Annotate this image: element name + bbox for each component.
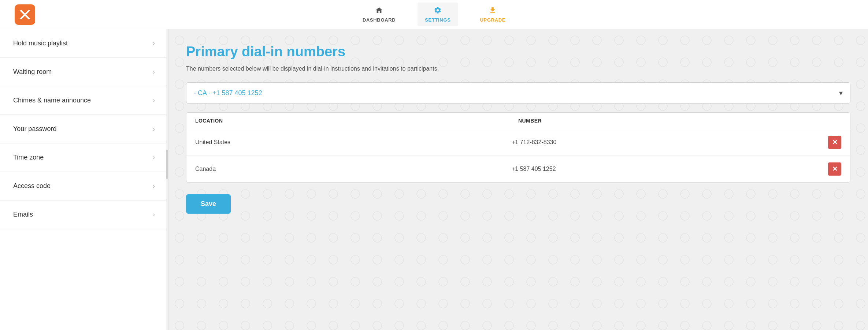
main-content: Primary dial-in numbers The numbers sele…	[168, 29, 868, 330]
upload-icon	[489, 6, 497, 16]
sidebar-scrollbar-track	[166, 29, 168, 330]
chevron-down-icon: ▾	[839, 89, 843, 97]
chevron-right-icon: ›	[153, 182, 155, 190]
nav-settings-label: SETTINGS	[425, 17, 450, 23]
cell-location-ca: Canada	[195, 166, 512, 172]
nav-upgrade-label: UPGRADE	[480, 17, 506, 23]
sidebar-item-waiting-room[interactable]: Waiting room ›	[0, 58, 168, 86]
nav-dashboard-label: DASHBOARD	[363, 17, 396, 23]
save-button[interactable]: Save	[186, 194, 231, 214]
nav-dashboard[interactable]: DASHBOARD	[363, 6, 396, 23]
dial-in-dropdown[interactable]: - CA - +1 587 405 1252 ▾	[186, 82, 850, 104]
sidebar-item-access-code[interactable]: Access code ›	[0, 172, 168, 200]
table-row: United States +1 712-832-8330 ✕	[186, 129, 850, 156]
gear-icon	[434, 6, 442, 16]
chevron-right-icon: ›	[153, 40, 155, 47]
column-header-number: NUMBER	[518, 118, 841, 124]
logo[interactable]	[15, 4, 35, 25]
remove-ca-button[interactable]: ✕	[828, 162, 841, 176]
dropdown-selected-value: - CA - +1 587 405 1252	[194, 89, 262, 97]
nav-upgrade[interactable]: UPGRADE	[480, 6, 506, 23]
sidebar-item-emails[interactable]: Emails ›	[0, 200, 168, 229]
chevron-right-icon: ›	[153, 211, 155, 218]
table-row: Canada +1 587 405 1252 ✕	[186, 156, 850, 182]
page-title: Primary dial-in numbers	[186, 44, 850, 60]
remove-us-button[interactable]: ✕	[828, 136, 841, 149]
cell-number-ca: +1 587 405 1252	[512, 166, 828, 172]
column-header-location: LOCATION	[195, 118, 518, 124]
nav-settings[interactable]: SETTINGS	[418, 3, 458, 26]
cell-number-us: +1 712-832-8330	[512, 139, 828, 146]
table-header: LOCATION NUMBER	[186, 113, 850, 129]
chevron-right-icon: ›	[153, 97, 155, 104]
dial-in-table: LOCATION NUMBER United States +1 712-832…	[186, 112, 850, 183]
sidebar-item-chimes[interactable]: Chimes & name announce ›	[0, 86, 168, 115]
cell-location-us: United States	[195, 139, 512, 146]
main-nav: DASHBOARD SETTINGS UPGRADE	[363, 3, 505, 26]
chevron-right-icon: ›	[153, 125, 155, 133]
chevron-right-icon: ›	[153, 68, 155, 76]
page-layout: Hold music playlist › Waiting room › Chi…	[0, 29, 868, 330]
sidebar: Hold music playlist › Waiting room › Chi…	[0, 29, 168, 330]
page-description: The numbers selected below will be displ…	[186, 65, 850, 72]
home-icon	[375, 6, 383, 16]
sidebar-item-time-zone[interactable]: Time zone ›	[0, 143, 168, 172]
sidebar-item-hold-music[interactable]: Hold music playlist ›	[0, 29, 168, 58]
header: DASHBOARD SETTINGS UPGRADE	[0, 0, 868, 29]
sidebar-item-your-password[interactable]: Your password ›	[0, 115, 168, 143]
chevron-right-icon: ›	[153, 154, 155, 161]
sidebar-scrollbar-thumb[interactable]	[166, 150, 168, 179]
